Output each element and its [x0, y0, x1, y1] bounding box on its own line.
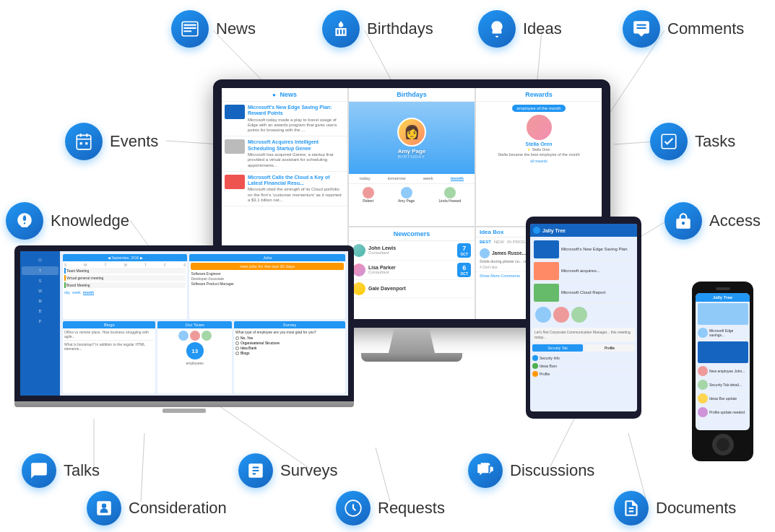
survey-option-2[interactable] [235, 341, 239, 345]
rewards-desc: Stella became the best employee of the m… [498, 152, 579, 157]
tab-week[interactable]: week [423, 176, 433, 181]
view-month[interactable]: month [83, 290, 94, 295]
newcomer-name-2: Lisa Parker [368, 265, 454, 270]
tablet-logo [533, 227, 540, 234]
tablet-avatar-2 [553, 307, 569, 323]
rewards-panel-header: Rewards [476, 88, 602, 102]
tab-month[interactable]: month [451, 176, 464, 181]
feature-requests[interactable]: Requests [336, 491, 445, 526]
laptop: ⌂ T S W M B P ◀ September, 2016 ▶ [14, 245, 354, 413]
tab-tomorrow[interactable]: tomorrow [388, 176, 406, 181]
discussions-icon [468, 453, 503, 488]
tablet-action-buttons: Security Tab Profile [532, 344, 635, 352]
view-week[interactable]: week [72, 290, 81, 295]
news-thumb-3 [225, 175, 245, 189]
tablet-thumb-3 [534, 284, 559, 302]
laptop-top-section: ◀ September, 2016 ▶ SMTWTFS Team Meeting… [63, 254, 345, 319]
monitor-stand [383, 328, 441, 353]
survey-option-1[interactable] [235, 336, 239, 340]
tablet-btn-1[interactable]: Security Tab [532, 344, 583, 352]
tablet-avatar-1 [535, 307, 551, 323]
ideas-icon [478, 10, 516, 48]
newcomer-name-3: Gale Davenport [368, 286, 471, 291]
news-icon [171, 10, 209, 48]
phone-speaker [716, 287, 730, 290]
feature-birthdays-label: Birthdays [367, 19, 433, 38]
birthday-people: Robert Amy Page Linda Howard [349, 184, 475, 204]
feature-surveys-label: Surveys [280, 461, 337, 480]
laptop-survey-body: What type of employee are you most glad … [234, 328, 345, 357]
phone-avatar-3 [698, 380, 708, 390]
survey-option-3[interactable] [235, 346, 239, 350]
newcomer-day-val-1: 7 [462, 245, 466, 252]
tablet-btn-2[interactable]: Profile [584, 344, 635, 352]
tasks-icon [650, 123, 688, 160]
feature-comments[interactable]: Comments [623, 10, 744, 48]
rewards-badge: employee of the month [512, 105, 565, 112]
consideration-icon [87, 491, 121, 526]
feature-access[interactable]: Access [664, 202, 761, 240]
birthday-tabs: today tomorrow week month [349, 174, 475, 184]
all-rewards-link[interactable]: all rewards [530, 159, 547, 163]
ls-item-3: W [22, 287, 59, 295]
feature-birthdays[interactable]: Birthdays [322, 10, 433, 48]
svg-rect-20 [85, 142, 87, 144]
phone-text-4: Ideas Bar update [709, 396, 748, 401]
tablet-thumb-1 [534, 240, 559, 258]
birthday-content: 👩 Amy Page BIRTHDAY [349, 102, 475, 174]
phone-screen: Jally Tree Microsoft Edge savings... New… [696, 293, 750, 430]
phone-avatar-5 [698, 407, 708, 417]
feature-consideration-label: Consideration [129, 499, 227, 518]
feature-knowledge[interactable]: Knowledge [6, 202, 129, 240]
news-item-1: Microsoft's New Edge Saving Plan: Reward… [222, 102, 347, 136]
tablet-avatar-3 [571, 307, 587, 323]
newcomers-panel: Newcomers John Lewis Consultant 7 OCT [349, 227, 475, 320]
tablet-thumb-2 [534, 262, 559, 280]
birthdays-title: Birthdays [397, 91, 427, 98]
feature-consideration[interactable]: Consideration [87, 491, 227, 526]
feature-events-label: Events [110, 132, 158, 151]
newcomer-day-val-2: 6 [462, 264, 466, 271]
tablet-screen: Jally Tree Microsoft's New Edge Saving P… [530, 224, 637, 411]
phone-avatar-2 [698, 366, 708, 376]
rewards-avatar [527, 115, 552, 140]
feature-ideas-label: Ideas [523, 19, 562, 38]
laptop-team-header: Our Team [157, 321, 232, 328]
feature-tasks[interactable]: Tasks [650, 123, 735, 160]
view-day[interactable]: day [64, 290, 70, 295]
newcomer-month-2: OCT [460, 271, 468, 276]
feature-talks[interactable]: Talks [22, 453, 100, 488]
feature-surveys[interactable]: Surveys [238, 453, 337, 488]
phone-text-3: Security Tab detail... [709, 383, 748, 388]
feature-ideas[interactable]: Ideas [478, 10, 562, 48]
newcomers-panel-header: Newcomers [349, 227, 475, 241]
feature-comments-label: Comments [667, 19, 744, 38]
feature-documents[interactable]: Documents [614, 491, 736, 526]
feature-news[interactable]: News [171, 10, 256, 48]
news-thumb-2 [225, 139, 245, 154]
newcomer-day-1: 7 OCT [457, 243, 471, 258]
tab-today[interactable]: today [360, 176, 371, 181]
tablet-comment-section: Let's Not Corporate Communication Manage… [532, 328, 635, 342]
idea-tab-best[interactable]: BEST [480, 240, 491, 244]
laptop-screen-wrap: ⌂ T S W M B P ◀ September, 2016 ▶ [14, 245, 354, 401]
feature-events[interactable]: Events [65, 123, 158, 160]
laptop-team-body: 13 employees [157, 328, 232, 367]
phone-thumb-1 [698, 303, 748, 325]
birthday-person-name: Amy Page [398, 148, 426, 154]
birthdays-panel-header: Birthdays [349, 88, 475, 102]
surveys-icon [238, 453, 273, 488]
phone-home-button[interactable] [712, 434, 734, 455]
survey-option-4[interactable] [235, 352, 239, 355]
idea-tab-new[interactable]: NEW [494, 240, 504, 244]
scene: News Birthdays Ideas Comments Events Tas… [0, 0, 775, 532]
svg-line-4 [166, 141, 220, 144]
feature-discussions[interactable]: Discussions [468, 453, 594, 488]
phone-header: Jally Tree [696, 293, 750, 302]
feature-tasks-label: Tasks [695, 132, 735, 151]
documents-icon [614, 491, 649, 526]
jobs-count: new jobs for the last 30 days [191, 263, 344, 270]
feature-talks-label: Talks [64, 461, 100, 480]
feature-access-label: Access [709, 212, 761, 230]
feature-documents-label: Documents [656, 499, 736, 518]
